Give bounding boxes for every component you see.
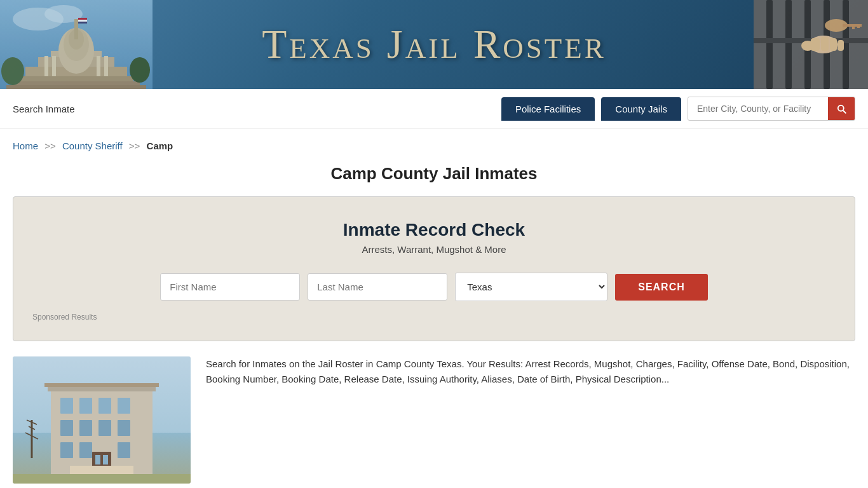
- svg-rect-8: [6, 85, 146, 89]
- facility-search-button[interactable]: [828, 97, 855, 120]
- svg-rect-63: [70, 466, 133, 475]
- svg-point-39: [801, 41, 814, 51]
- record-search-button[interactable]: SEARCH: [615, 274, 708, 301]
- svg-rect-60: [103, 455, 108, 464]
- sponsored-label: Sponsored Results: [32, 313, 836, 322]
- record-check-subtitle: Arrests, Warrant, Mugshot & More: [32, 244, 836, 255]
- breadcrumb-sep1: >>: [44, 140, 56, 151]
- nav-bar: Search Inmate Police Facilities County J…: [0, 89, 868, 129]
- svg-rect-59: [95, 455, 100, 464]
- svg-rect-7: [13, 81, 140, 85]
- breadcrumb-current: Camp: [147, 140, 173, 151]
- record-check-fields: AlabamaAlaskaArizonaArkansasCaliforniaCo…: [32, 273, 836, 301]
- svg-rect-17: [52, 56, 56, 76]
- facility-search-input[interactable]: [688, 98, 828, 119]
- svg-rect-33: [857, 24, 860, 28]
- facility-search-wrap: [688, 97, 855, 121]
- svg-rect-24: [766, 0, 773, 89]
- police-facilities-button[interactable]: Police Facilities: [501, 97, 595, 121]
- svg-rect-55: [60, 442, 73, 458]
- building-icon: [13, 356, 191, 484]
- svg-rect-19: [104, 56, 108, 76]
- svg-rect-14: [78, 20, 87, 22]
- svg-rect-52: [79, 420, 92, 436]
- record-check-title: Inmate Record Check: [32, 220, 836, 240]
- svg-rect-15: [78, 22, 87, 24]
- svg-rect-18: [97, 56, 100, 76]
- first-name-input[interactable]: [160, 273, 300, 301]
- svg-rect-47: [60, 398, 73, 414]
- breadcrumb-county-sheriff[interactable]: County Sheriff: [62, 140, 123, 151]
- svg-rect-12: [74, 19, 78, 39]
- county-jails-button[interactable]: County Jails: [601, 97, 681, 121]
- search-inmate-label: Search Inmate: [13, 104, 75, 114]
- svg-rect-50: [118, 398, 130, 414]
- breadcrumb-home[interactable]: Home: [13, 140, 38, 151]
- svg-rect-62: [44, 383, 159, 387]
- bottom-section: Search for Inmates on the Jail Roster in…: [0, 356, 868, 484]
- search-icon: [836, 103, 847, 114]
- svg-rect-36: [821, 37, 829, 51]
- svg-rect-38: [837, 40, 844, 51]
- last-name-input[interactable]: [308, 273, 447, 301]
- svg-rect-53: [98, 420, 111, 436]
- jail-hand-icon: [754, 0, 868, 89]
- svg-rect-37: [830, 38, 837, 51]
- svg-rect-57: [118, 442, 130, 458]
- svg-rect-6: [19, 76, 133, 81]
- site-title: Texas Jail Roster: [262, 21, 606, 68]
- page-title: Camp County Jail Inmates: [0, 164, 868, 184]
- capitol-icon: [0, 0, 153, 89]
- svg-point-20: [1, 57, 24, 85]
- svg-rect-25: [785, 0, 792, 89]
- svg-rect-64: [13, 474, 191, 484]
- svg-rect-32: [852, 24, 855, 29]
- svg-point-21: [130, 57, 150, 83]
- svg-rect-49: [98, 398, 111, 414]
- svg-rect-54: [118, 420, 130, 436]
- header-banner: Texas Jail Roster: [0, 0, 868, 89]
- svg-rect-51: [60, 420, 73, 436]
- state-select[interactable]: AlabamaAlaskaArizonaArkansasCaliforniaCo…: [455, 273, 607, 301]
- bottom-description: Search for Inmates on the Jail Roster in…: [206, 356, 855, 484]
- breadcrumb-sep2: >>: [129, 140, 140, 151]
- building-image: [13, 356, 191, 484]
- svg-rect-56: [79, 442, 92, 458]
- svg-rect-48: [79, 398, 92, 414]
- breadcrumb: Home >> County Sheriff >> Camp: [0, 129, 868, 158]
- record-check-box: Inmate Record Check Arrests, Warrant, Mu…: [13, 196, 855, 341]
- svg-rect-16: [44, 56, 48, 76]
